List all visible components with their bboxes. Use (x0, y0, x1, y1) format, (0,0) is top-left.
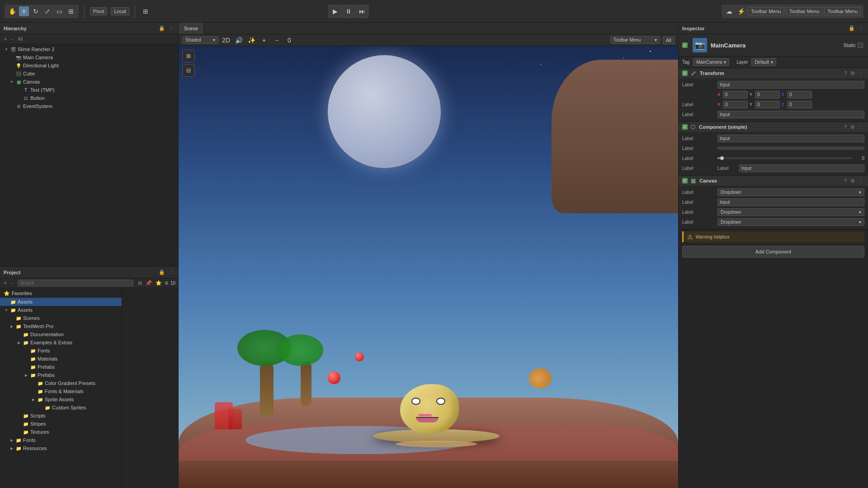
comp-row2-input[interactable] (717, 147, 864, 150)
project-lock-icon[interactable]: 🔒 (158, 268, 166, 276)
gizmos-minus-btn[interactable]: → (272, 35, 282, 45)
transform-help-icon[interactable]: ? (843, 70, 848, 77)
canvas-row3-dropdown[interactable]: Dropdown ▾ (717, 208, 864, 216)
hand-tool-btn[interactable]: ✋ (7, 6, 17, 16)
component-simple-header[interactable]: ✓ ⬡ Component (simple) ? ⚙ ⋮ (679, 122, 868, 132)
tree-item-scenes[interactable]: 📁 Scenes (0, 314, 122, 322)
canvas-row2-input[interactable]: Input (717, 198, 864, 206)
transform-menu-icon[interactable]: ⋮ (858, 70, 864, 77)
tree-item-scripts[interactable]: 📁 Scripts (0, 412, 122, 420)
rect-tool-btn[interactable]: ▭ (54, 6, 64, 16)
tree-item-textures[interactable]: 📁 Textures (0, 428, 122, 436)
tree-item-event-system[interactable]: ⚙ EventSystem (0, 102, 178, 110)
rot-y-input[interactable] (755, 101, 780, 108)
2d-toggle-btn[interactable]: 2D (221, 35, 231, 45)
rotate-tool-btn[interactable]: ↻ (31, 6, 41, 16)
active-checkbox[interactable]: ✓ (682, 42, 688, 48)
project-search-input[interactable] (20, 281, 131, 286)
pos-z-input[interactable] (787, 91, 812, 99)
canvas-row1-dropdown[interactable]: Dropdown ▾ (717, 188, 864, 196)
project-filter-icon[interactable]: ⊞ (137, 279, 143, 287)
hierarchy-minus-btn[interactable]: - (10, 36, 14, 42)
scale-input[interactable]: Input (717, 111, 864, 118)
tree-item-fonts-materials[interactable]: 📁 Fonts & Materials (0, 387, 122, 395)
inspector-lock-icon[interactable]: 🔒 (848, 24, 856, 32)
project-star-icon[interactable]: ⭐ (155, 279, 163, 287)
hierarchy-add-btn[interactable]: + (3, 36, 8, 42)
comp-slider-thumb[interactable] (720, 156, 724, 160)
comp-simple-settings-icon[interactable]: ⚙ (849, 123, 856, 131)
project-menu-icon[interactable]: ⋮ (168, 268, 175, 276)
rot-z-input[interactable] (787, 101, 812, 108)
canvas-row4-dropdown[interactable]: Dropdown ▾ (717, 218, 864, 226)
canvas-menu-icon[interactable]: ⋮ (858, 177, 864, 185)
comp-row1-input[interactable]: Input (717, 135, 864, 142)
project-add-btn[interactable]: + (3, 280, 8, 286)
static-checkbox[interactable] (858, 42, 863, 48)
collab-btn[interactable]: ☁ (724, 6, 734, 16)
tree-item-text-tmp[interactable]: T Text (TMP) (0, 86, 178, 94)
scene-tab[interactable]: Scene (179, 23, 204, 34)
gizmos-add-btn[interactable]: + (259, 35, 269, 45)
tree-item-directional-light[interactable]: 💡 Directional Light (0, 61, 178, 70)
canvas-active[interactable]: ✓ (682, 178, 688, 183)
position-input[interactable]: Input (717, 81, 864, 89)
canvas-settings-icon[interactable]: ⚙ (849, 177, 856, 185)
transform-tool-btn[interactable]: ⊞ (66, 6, 76, 16)
comp-simple-menu-icon[interactable]: ⋮ (858, 123, 864, 131)
hierarchy-lock-icon[interactable]: 🔒 (158, 24, 166, 32)
pos-y-input[interactable] (755, 91, 780, 99)
tree-item-resources[interactable]: ▶ 📁 Resources (0, 444, 122, 452)
tree-item-cube[interactable]: ⬛ Cube (0, 70, 178, 78)
tree-item-fonts[interactable]: 📁 Fonts (0, 347, 122, 355)
tag-dropdown[interactable]: MainCamera ▾ (693, 58, 729, 66)
comp-simple-active[interactable]: ✓ (682, 124, 688, 130)
cloud-btn[interactable]: ⚡ (736, 6, 746, 16)
tree-item-assets[interactable]: ▼ 📁 Assets (0, 306, 122, 314)
tree-item-materials[interactable]: 📁 Materials (0, 355, 122, 363)
toolbar-menu-2[interactable]: Toolbar Menu (786, 7, 823, 15)
comp-slider[interactable] (717, 157, 852, 159)
pivot-label[interactable]: Pivot (90, 7, 107, 15)
tree-item-documentation[interactable]: 📁 Documentation (0, 330, 122, 338)
gizmo-btn-2[interactable]: ⊟ (182, 64, 195, 77)
tree-item-examples[interactable]: ▶ 📁 Examples & Extras (0, 338, 122, 347)
grid-tool-btn[interactable]: ⊞ (141, 6, 151, 16)
rot-x-input[interactable] (723, 101, 748, 108)
tree-item-slime-rancher[interactable]: ▼ 🎬 Slime Rancher 2 (0, 45, 178, 53)
inspector-menu-icon[interactable]: ⋮ (858, 24, 864, 32)
tree-item-stripes[interactable]: 📁 Stripes (0, 420, 122, 428)
step-btn[interactable]: ⏭ (356, 5, 368, 18)
toolbar-menu-1[interactable]: Toolbar Menu (748, 7, 784, 15)
tree-item-assets-fav[interactable]: 📁 Assets (0, 298, 122, 306)
canvas-header[interactable]: ✓ ▦ Canvas ? ⚙ ⋮ (679, 176, 868, 186)
move-tool-btn[interactable]: ✛ (19, 6, 29, 16)
audio-btn[interactable]: 🔊 (234, 35, 244, 45)
gizmos-counter-btn[interactable]: 0 (284, 35, 294, 45)
project-pin-icon[interactable]: 📌 (145, 279, 153, 287)
transform-header[interactable]: ✓ ⤢ Transform ? ⚙ ⋮ (679, 68, 868, 78)
tree-item-canvas[interactable]: ▼ ▦ Canvas (0, 78, 178, 86)
tree-item-sprite-assets[interactable]: ▶ 📁 Sprite Assets (0, 395, 122, 404)
scene-view[interactable]: ⊞ ⊟ (179, 46, 678, 488)
toolbar-menu-3[interactable]: Toolbar Menu (824, 7, 861, 15)
play-btn[interactable]: ▶ (329, 5, 341, 18)
comp-row4-input[interactable]: Input (739, 164, 864, 172)
shading-dropdown[interactable]: Shaded ▾ (182, 36, 218, 44)
scale-tool-btn[interactable]: ⤢ (42, 6, 52, 16)
tree-item-prefabs-2[interactable]: ▶ 📁 Prefabs (0, 371, 122, 379)
transform-settings-icon[interactable]: ⚙ (849, 70, 856, 77)
tree-item-prefabs-1[interactable]: 📁 Prefabs (0, 363, 122, 371)
gizmo-btn-1[interactable]: ⊞ (182, 50, 195, 62)
local-label[interactable]: Local (111, 7, 129, 15)
effects-btn[interactable]: ✨ (246, 35, 256, 45)
layer-dropdown[interactable]: Default ▾ (751, 58, 776, 66)
project-minus-btn[interactable]: - (10, 280, 14, 286)
canvas-help-icon[interactable]: ? (843, 177, 848, 185)
toolbar-menu-dropdown[interactable]: Toolbar Menu ▾ (610, 36, 660, 44)
tree-item-main-camera[interactable]: 📷 Main Camera (0, 53, 178, 61)
pause-btn[interactable]: ⏸ (342, 5, 355, 18)
pos-x-input[interactable] (723, 91, 748, 99)
add-component-btn[interactable]: Add Component (682, 246, 864, 258)
tree-item-color-gradient[interactable]: 📁 Color Gradient Presets (0, 379, 122, 387)
